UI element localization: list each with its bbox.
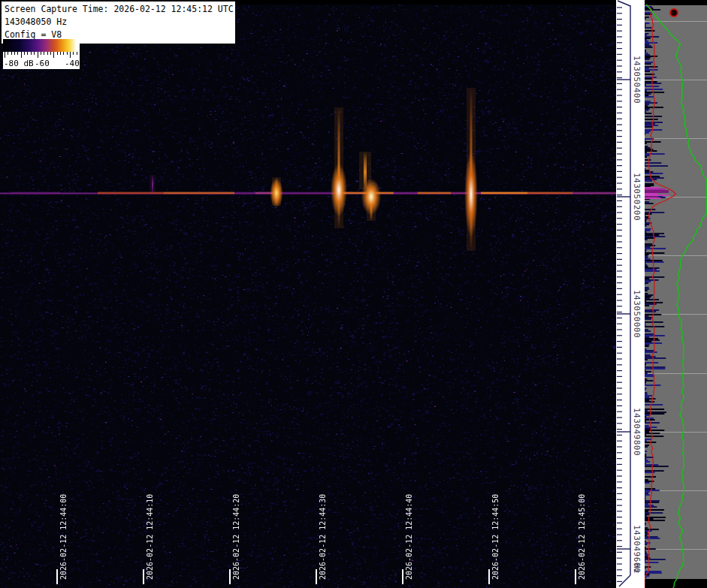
- axis-tick: [618, 1, 630, 6]
- time-axis-label: 2026-02-12 12:44:50: [491, 491, 500, 580]
- legend-tick: [17, 52, 18, 55]
- frequency-axis-label: 143049800: [632, 408, 642, 456]
- color-scale-ticks: [3, 52, 80, 59]
- legend-tick: [60, 52, 61, 55]
- frequency-axis-label: 143050400: [632, 56, 642, 104]
- color-scale-labels: -80 dB -60 -40: [3, 59, 80, 69]
- legend-tick: [47, 52, 48, 55]
- time-axis-tick: [575, 569, 576, 584]
- axis-tick: [619, 575, 630, 586]
- legend-label-minus60: -60: [35, 59, 50, 68]
- frequency-axis-unit: Hz: [632, 563, 642, 574]
- legend-tick: [44, 52, 44, 55]
- receiver-frequency-text: 143048050 Hz: [5, 16, 232, 29]
- time-axis-tick: [316, 569, 317, 584]
- color-scale-legend: -80 dB -60 -40: [3, 39, 80, 69]
- time-axis-tick: [488, 569, 490, 584]
- time-axis-label: 2026-02-12 12:44:40: [405, 491, 413, 580]
- spectrum-panel-canvas: [645, 0, 707, 588]
- legend-tick: [21, 52, 22, 58]
- legend-tick: [67, 52, 68, 55]
- legend-tick: [24, 52, 25, 55]
- legend-tick: [14, 52, 15, 55]
- legend-tick: [77, 52, 77, 55]
- legend-tick: [5, 52, 5, 58]
- time-axis-label: 2026-02-12 12:44:20: [232, 491, 240, 580]
- time-axis-label: 2026-02-12 12:44:30: [319, 491, 327, 580]
- legend-tick: [57, 52, 58, 55]
- color-scale-gradient: [3, 39, 80, 52]
- legend-tick: [73, 52, 74, 55]
- legend-tick: [41, 52, 41, 55]
- legend-tick: [50, 52, 51, 55]
- legend-tick: [80, 52, 80, 55]
- legend-label-minus40: -40: [65, 59, 80, 68]
- time-axis-label: 2026-02-12 12:44:10: [146, 491, 154, 580]
- time-axis-label: 2026-02-12 12:45:00: [578, 491, 586, 580]
- frequency-axis-label: 143050000: [632, 290, 642, 338]
- legend-tick: [63, 52, 64, 55]
- time-axis-tick: [229, 569, 231, 584]
- time-axis-tick: [56, 569, 58, 584]
- time-axis-tick: [402, 569, 403, 584]
- frequency-axis-label: 143050200: [632, 173, 642, 221]
- time-axis-tick: [143, 569, 144, 584]
- capture-info-box: Screen Capture Time: 2026-02-12 12:45:12…: [1, 1, 236, 44]
- time-axis-label: 2026-02-12 12:44:00: [59, 491, 68, 580]
- legend-tick: [38, 52, 38, 58]
- legend-tick: [11, 52, 12, 55]
- legend-tick: [27, 52, 28, 55]
- capture-time-text: Screen Capture Time: 2026-02-12 12:45:12…: [5, 3, 232, 16]
- legend-tick: [34, 52, 35, 55]
- spectrum-capture-screen: Screen Capture Time: 2026-02-12 12:45:12…: [0, 0, 707, 588]
- legend-tick: [70, 52, 71, 58]
- legend-label-minus80db: -80 dB: [4, 59, 34, 68]
- legend-tick: [8, 52, 8, 55]
- spectrogram-waterfall-canvas: [0, 0, 616, 588]
- legend-tick: [53, 52, 54, 58]
- legend-tick: [31, 52, 32, 55]
